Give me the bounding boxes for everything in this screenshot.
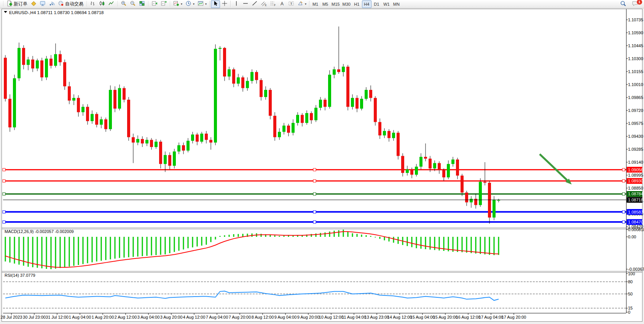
- text-button[interactable]: A: [277, 0, 287, 8]
- metaeditor-button[interactable]: [29, 0, 38, 8]
- equidistant-channel-button[interactable]: E: [259, 0, 268, 8]
- candle-bull: [333, 69, 336, 75]
- zoom-in-icon: [121, 0, 127, 8]
- line-chart-button[interactable]: [107, 0, 116, 8]
- candle-bear: [374, 98, 377, 122]
- timeframe-m5-button[interactable]: M5: [320, 0, 330, 8]
- signals-button[interactable]: [47, 0, 56, 8]
- search-button[interactable]: [618, 0, 628, 8]
- notifications-button[interactable]: 1: [630, 0, 640, 8]
- candle-bull: [27, 59, 30, 65]
- line-handle[interactable]: [313, 180, 316, 182]
- text-label-button[interactable]: T: [287, 0, 296, 8]
- line-handle[interactable]: [3, 168, 5, 171]
- time-tick-label: 28 Jul 2023: [1, 315, 22, 319]
- candle-bull: [328, 75, 331, 107]
- vertical-line-button[interactable]: [232, 0, 241, 8]
- timeframe-h4-button[interactable]: H4: [362, 0, 371, 8]
- bar-chart-icon: [90, 0, 96, 8]
- line-handle[interactable]: [3, 180, 5, 182]
- chart-canvas[interactable]: MACD(12,26,9) -0.002057 -0.0020090.00081…: [0, 8, 644, 324]
- cursor-button[interactable]: [211, 0, 220, 8]
- auto-scroll-icon: [151, 0, 158, 8]
- line-handle[interactable]: [313, 168, 316, 171]
- line-handle[interactable]: [3, 193, 5, 195]
- time-tick-label: 3 Aug 20:00: [160, 315, 183, 319]
- price-tick-label: 1.09575: [628, 121, 643, 126]
- time-tick-label: 4 Aug 12:00: [183, 315, 206, 319]
- bar-chart-button[interactable]: [88, 0, 97, 8]
- equidistant-channel-icon: E: [261, 0, 267, 8]
- fibonacci-button[interactable]: F: [268, 0, 277, 8]
- candle-bull: [278, 132, 281, 137]
- line-handle[interactable]: [622, 221, 625, 223]
- price-level-box-label: 1.08930: [628, 179, 643, 183]
- tile-windows-button[interactable]: [137, 0, 147, 8]
- candle-bear: [223, 48, 226, 77]
- candle-bull: [493, 200, 496, 217]
- candlestick-chart-button[interactable]: [97, 0, 107, 8]
- market-button[interactable]: [38, 0, 47, 8]
- trendline-icon: [252, 0, 258, 8]
- indicators-button[interactable]: ▾: [172, 0, 184, 8]
- candle-bear: [63, 62, 66, 86]
- candle-bear: [346, 67, 349, 107]
- line-handle[interactable]: [313, 221, 316, 223]
- toolbar-grip: [148, 1, 148, 7]
- timeframe-mn-button[interactable]: MN: [392, 0, 401, 8]
- timeframe-m1-button[interactable]: M1: [311, 0, 320, 8]
- timeframe-h1-button[interactable]: H1: [352, 0, 362, 8]
- line-handle[interactable]: [622, 180, 625, 182]
- rsi-axis-label: 80: [628, 279, 633, 284]
- line-handle[interactable]: [622, 211, 625, 213]
- candle-bull: [191, 134, 194, 140]
- line-handle[interactable]: [622, 168, 625, 171]
- crosshair-icon: [222, 0, 228, 8]
- line-handle[interactable]: [313, 193, 316, 195]
- macd-axis-label: -0.003677: [628, 267, 644, 271]
- candle-bear: [22, 48, 25, 65]
- candle-bull: [145, 140, 148, 143]
- toolbar-separator: [309, 1, 309, 7]
- chart-shift-button[interactable]: [159, 0, 168, 8]
- line-handle[interactable]: [3, 211, 5, 213]
- auto-scroll-button[interactable]: [150, 0, 159, 8]
- candle-bear: [141, 139, 144, 144]
- timeframe-m30-button[interactable]: M30: [341, 0, 351, 8]
- candle-bull: [237, 77, 240, 83]
- candle-bull: [18, 48, 21, 78]
- horizontal-line-button[interactable]: [241, 0, 250, 8]
- line-handle[interactable]: [622, 193, 625, 195]
- new-order-button[interactable]: 新订单: [5, 0, 29, 8]
- rsi-axis-label: 100: [628, 271, 635, 276]
- candle-bear: [40, 61, 43, 78]
- line-handle[interactable]: [3, 221, 5, 223]
- timeframe-m15-button[interactable]: M15: [330, 0, 341, 8]
- cursor-icon: [212, 0, 218, 8]
- price-tick-label: 1.10590: [628, 30, 643, 35]
- time-tick-label: 11 Aug 04:00: [342, 315, 366, 319]
- candle-bull: [406, 169, 409, 173]
- timeframe-d1-button[interactable]: D1: [372, 0, 381, 8]
- candle-bull: [292, 123, 295, 133]
- autotrading-button[interactable]: 自动交易: [56, 0, 85, 8]
- trendline-button[interactable]: [250, 0, 259, 8]
- candle-bull: [200, 134, 203, 142]
- candle-bull: [415, 167, 418, 175]
- price-tick-label: 1.10735: [628, 18, 643, 22]
- line-handle[interactable]: [313, 211, 316, 213]
- timeframe-w1-button[interactable]: W1: [382, 0, 391, 8]
- text-label-icon: T: [288, 0, 294, 8]
- candle-bear: [324, 100, 327, 107]
- shapes-button[interactable]: ▾: [296, 0, 308, 8]
- shapes-icon: [297, 0, 303, 8]
- zoom-out-button[interactable]: [128, 0, 137, 8]
- price-tick-label: 1.09140: [628, 160, 643, 164]
- zoom-in-button[interactable]: [119, 0, 128, 8]
- periods-button[interactable]: ▾: [184, 0, 196, 8]
- rsi-axis-label: 0: [628, 310, 630, 314]
- candle-bull: [479, 182, 482, 205]
- crosshair-button[interactable]: [220, 0, 229, 8]
- candle-bull: [164, 155, 167, 164]
- templates-button[interactable]: ▾: [196, 0, 208, 8]
